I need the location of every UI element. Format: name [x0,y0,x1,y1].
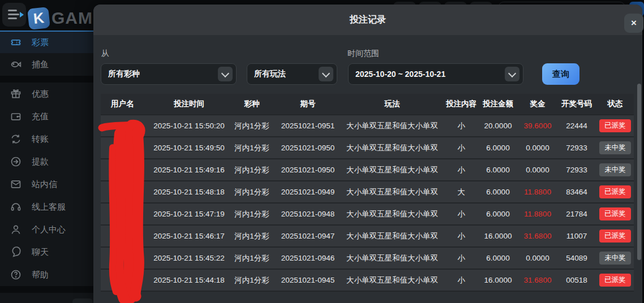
lottery-type-value: 所有彩种 [108,69,218,79]
cell-draw-numbers: 21784 [557,210,596,218]
cell-bet-amount: 6.0000 [478,144,518,152]
ticket-icon [10,37,22,48]
sidebar-item-label: 优惠 [32,89,49,99]
sidebar-item-转账[interactable]: 转账 [0,128,93,150]
date-range-select[interactable]: 2025-10-20 ~ 2025-10-21 [348,63,523,85]
cell-bet-amount: 20.0000 [478,122,518,130]
query-button[interactable]: 查询 [542,63,579,85]
sidebar-item-个人中心[interactable]: 个人中心 [0,218,93,241]
cell-draw-numbers: 72933 [557,166,596,174]
status-badge: 已派奖 [599,185,631,198]
sidebar-item-优惠[interactable]: 优惠 [0,83,93,105]
cell-lottery-type: 河内1分彩 [227,121,276,131]
cell-play-method: 大小单双五星和值大小单双 [340,165,445,175]
table-row: yu2025-10-21 15:49:50河内1分彩20251021-0950大… [101,137,634,159]
chat-icon [10,246,22,258]
service-icon [10,201,22,213]
play-method-select[interactable]: 所有玩法 [247,63,337,85]
status-badge: 已派奖 [599,119,631,132]
sidebar-item-聊天[interactable]: 聊天 [0,241,93,263]
sidebar-item-捕鱼[interactable]: 捕鱼 [0,53,93,76]
cell-issue-number: 20251021-0945 [276,276,340,284]
cell-issue-number: 20251021-0949 [276,188,340,196]
column-header: 玩法 [340,99,445,109]
cell-bet-time: 2025-10-21 15:47:19 [151,210,227,218]
logo-k-badge: K [27,7,50,30]
modal-title: 投注记录 [93,5,642,35]
cell-lottery-type: 河内1分彩 [227,253,276,263]
cell-status: 未中奖 [596,163,634,176]
cell-bet-content: 小 [445,231,478,241]
table-row: yu2025-10-21 15:46:17河内1分彩20251021-0947大… [101,226,634,248]
sidebar-divider [0,286,93,293]
column-header: 投注时间 [151,99,227,109]
cell-username: yu [101,144,151,152]
status-badge: 未中奖 [599,252,631,265]
cell-bet-time: 2025-10-21 15:44:18 [151,276,227,284]
sidebar-item-线上客服[interactable]: 线上客服 [0,196,93,218]
column-header: 投注内容 [445,99,478,109]
chevron-down-icon [218,67,233,81]
chevron-down-icon [505,67,520,81]
cell-play-method: 大小单双五星和值大小单双 [340,253,445,263]
status-badge: 已派奖 [599,207,631,220]
cell-username: yu [101,188,151,196]
wallet-icon [10,111,22,122]
sidebar-item-label: 帮助 [32,270,49,280]
cell-prize: 0.0000 [518,166,557,174]
cell-bet-content: 小 [445,143,478,153]
table-row: yu2025-10-21 15:44:18河内1分彩20251021-0945大… [101,270,634,292]
table-row: yu2025-10-21 15:47:19河内1分彩20251021-0948大… [101,204,634,226]
hamburger-bar [8,14,19,15]
sidebar-nav: 彩票捕鱼优惠充值转账提款站内信线上客服个人中心聊天帮助 [0,31,93,303]
sidebar-item-充值[interactable]: 充值 [0,105,93,128]
sidebar-item-提款[interactable]: 提款 [0,150,93,173]
cell-bet-content: 大 [445,187,478,197]
sidebar-item-label: 站内信 [32,179,57,190]
status-badge: 已派奖 [599,230,631,243]
cell-status: 已派奖 [596,230,634,243]
cell-bet-amount: 6.0000 [478,254,518,262]
cell-bet-time: 2025-10-21 15:45:22 [151,254,227,262]
sidebar-item-label: 线上客服 [32,202,66,213]
gift-icon [10,88,22,99]
hamburger-bar [8,18,17,19]
cell-play-method: 大小单双五星和值大小单双 [340,143,445,153]
column-header: 开奖号码 [557,99,596,109]
table-header-row: 用户名投注时间彩种期号玩法投注内容投注金额奖金开奖号码状态 [101,94,634,115]
cell-issue-number: 20251021-0951 [276,122,340,130]
sidebar-item-label: 个人中心 [32,224,66,235]
cell-bet-amount: 6.0000 [478,210,518,218]
scrollbar-thumb[interactable] [637,84,641,260]
sidebar-item-label: 转账 [32,134,49,145]
table-row: yu2025-10-21 15:49:16河内1分彩20251021-0950大… [101,159,634,181]
cell-prize: 11.8800 [518,210,557,218]
status-badge: 未中奖 [599,163,631,176]
cell-play-method: 大小单双五星和值大小单双 [340,209,445,219]
sidebar-item-帮助[interactable]: 帮助 [0,263,93,286]
column-header: 奖金 [518,99,557,109]
table-row: yu2025-10-21 15:45:22河内1分彩20251021-0946大… [101,248,634,270]
sidebar-bottom-chip[interactable] [72,298,93,303]
cell-draw-numbers: 54089 [557,254,596,262]
cell-status: 已派奖 [596,274,634,287]
column-header: 期号 [276,99,340,109]
close-icon[interactable]: × [624,14,643,33]
cell-bet-content: 小 [445,253,478,263]
sidebar-item-label: 提款 [32,157,49,167]
status-badge: 未中奖 [599,141,631,154]
help-icon [10,269,22,280]
cell-play-method: 大小单双五星和值大小单双 [340,121,445,131]
cell-status: 已派奖 [596,207,634,220]
sidebar-item-站内信[interactable]: 站内信 [0,173,93,196]
withdraw-icon [10,156,22,167]
cell-username: yu [101,276,151,284]
hamburger-menu-icon[interactable] [2,3,26,27]
cell-bet-time: 2025-10-21 15:49:16 [151,166,227,174]
sidebar-item-彩票[interactable]: 彩票 [0,31,93,53]
cell-lottery-type: 河内1分彩 [227,187,276,197]
lottery-type-select[interactable]: 所有彩种 [101,63,237,85]
mail-icon [10,179,22,190]
sidebar-item-label: 捕鱼 [32,59,49,70]
cell-bet-time: 2025-10-21 15:49:50 [151,144,227,152]
